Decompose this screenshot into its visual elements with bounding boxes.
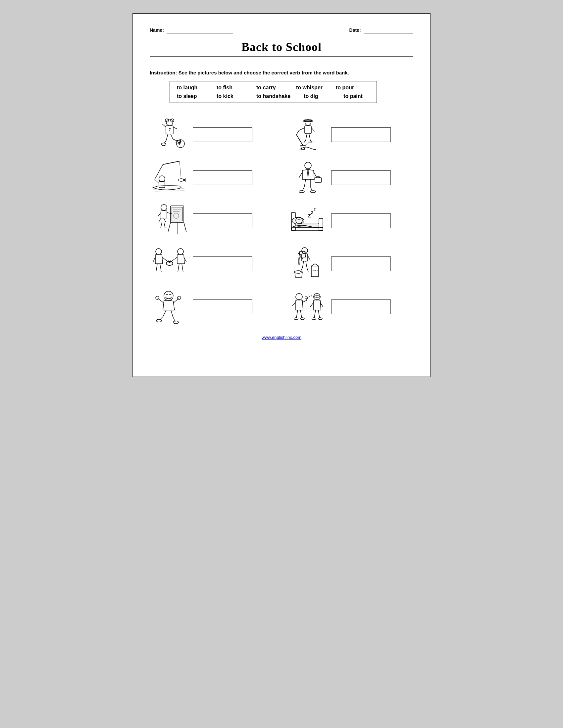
date-field: Date: <box>350 27 413 33</box>
illustration-dig <box>288 116 328 153</box>
svg-rect-29 <box>159 182 165 188</box>
svg-point-0 <box>166 119 173 126</box>
svg-line-135 <box>310 302 314 307</box>
exercises-grid: 7 <box>150 116 413 325</box>
header-fields: Name: Date: <box>150 27 413 33</box>
word-laugh: to laugh <box>177 85 203 91</box>
svg-line-103 <box>307 268 308 272</box>
svg-line-66 <box>161 222 162 228</box>
svg-line-30 <box>155 179 159 183</box>
svg-line-20 <box>311 128 315 131</box>
svg-point-14 <box>305 119 311 125</box>
word-sleep: to sleep <box>177 93 203 99</box>
title-wrap: Back to School <box>150 40 413 63</box>
answer-box-7[interactable] <box>193 256 252 271</box>
svg-point-82 <box>177 249 183 254</box>
svg-line-67 <box>164 222 165 228</box>
svg-point-105 <box>164 295 166 298</box>
svg-line-33 <box>155 191 184 191</box>
exercise-3 <box>150 159 275 196</box>
answer-box-2[interactable] <box>331 127 391 142</box>
answer-box-8[interactable] <box>331 256 391 271</box>
svg-point-139 <box>312 318 316 320</box>
svg-line-137 <box>314 310 316 318</box>
answer-box-3[interactable] <box>193 170 252 185</box>
word-bank-row-1: to laugh to fish to carry to whisper to … <box>177 85 370 91</box>
answer-box-9[interactable] <box>193 299 252 314</box>
word-bank-row-2: to sleep to kick to handshake to dig to … <box>177 93 370 99</box>
svg-line-19 <box>297 130 299 135</box>
svg-line-24 <box>304 140 306 143</box>
svg-point-49 <box>310 191 316 193</box>
svg-line-108 <box>173 298 178 303</box>
word-handshake: to handshake <box>256 93 291 99</box>
date-label: Date: <box>350 27 361 33</box>
illustration-handshake <box>150 246 189 282</box>
svg-line-5 <box>162 124 166 127</box>
word-kick: to kick <box>216 93 243 99</box>
svg-point-50 <box>161 205 167 210</box>
name-label: Name: <box>150 27 164 33</box>
svg-rect-17 <box>305 126 311 134</box>
svg-line-101 <box>306 261 307 268</box>
svg-line-86 <box>182 264 183 272</box>
svg-point-131 <box>317 295 320 298</box>
svg-rect-93 <box>302 254 308 261</box>
svg-line-44 <box>305 179 306 187</box>
exercise-7 <box>150 246 275 282</box>
svg-point-140 <box>318 318 322 320</box>
svg-point-130 <box>314 295 317 298</box>
instruction-text: Instruction: See the pictures below and … <box>150 70 413 75</box>
word-paint: to paint <box>344 93 370 99</box>
answer-box-5[interactable] <box>193 213 252 228</box>
svg-line-64 <box>159 218 161 222</box>
illustration-carry <box>288 159 328 196</box>
svg-line-55 <box>158 212 161 216</box>
svg-point-110 <box>177 296 181 299</box>
svg-point-12 <box>161 143 166 146</box>
answer-box-6[interactable] <box>331 213 391 228</box>
svg-line-80 <box>156 264 157 272</box>
exercise-1: 7 <box>150 116 275 153</box>
svg-line-26 <box>163 161 179 164</box>
name-field: Name: <box>150 27 233 33</box>
answer-box-1[interactable] <box>193 127 252 142</box>
svg-line-96 <box>308 255 310 260</box>
svg-point-123 <box>311 296 312 296</box>
svg-line-125 <box>297 310 298 318</box>
svg-line-22 <box>306 134 307 140</box>
website-link[interactable]: www.englishlinx.com <box>261 335 302 340</box>
svg-point-77 <box>156 249 162 254</box>
illustration-pour: MILK <box>288 246 328 282</box>
svg-point-128 <box>301 318 305 320</box>
exercise-8: MILK <box>288 246 413 282</box>
svg-line-138 <box>318 310 320 318</box>
svg-line-126 <box>301 310 302 318</box>
svg-text:MILK: MILK <box>313 269 318 272</box>
svg-line-47 <box>310 187 312 191</box>
svg-line-7 <box>166 134 168 140</box>
svg-point-106 <box>171 295 173 298</box>
svg-line-27 <box>179 161 181 179</box>
svg-line-83 <box>169 257 177 263</box>
svg-line-65 <box>164 218 166 222</box>
svg-rect-69 <box>319 218 323 231</box>
svg-line-9 <box>170 134 173 139</box>
svg-line-18 <box>299 128 305 130</box>
svg-line-21 <box>297 135 303 146</box>
svg-line-124 <box>293 302 296 306</box>
svg-text:Z: Z <box>314 208 316 212</box>
svg-point-121 <box>308 297 309 298</box>
answer-box-10[interactable] <box>331 299 391 314</box>
svg-line-85 <box>178 264 179 272</box>
svg-line-100 <box>303 261 304 268</box>
svg-line-111 <box>163 310 166 317</box>
svg-line-31 <box>155 164 163 179</box>
exercise-2 <box>288 116 413 153</box>
svg-line-23 <box>309 134 310 140</box>
svg-rect-51 <box>161 211 167 218</box>
illustration-whisper <box>288 289 328 325</box>
svg-point-87 <box>166 261 173 265</box>
answer-box-4[interactable] <box>331 170 391 185</box>
svg-line-6 <box>173 127 177 129</box>
